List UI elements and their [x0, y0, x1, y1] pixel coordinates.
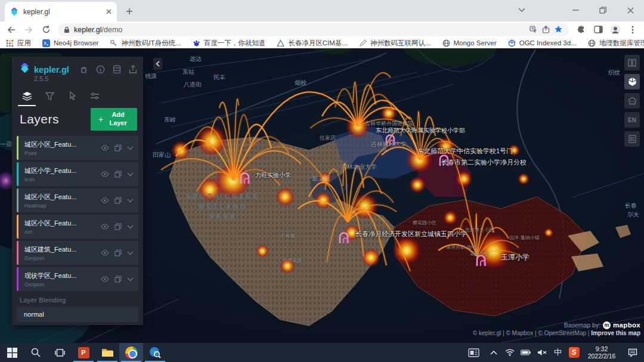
layer-name: 城区小区_Featu... — [24, 193, 101, 202]
toggle-3d-icon[interactable] — [624, 74, 640, 89]
draw-polygon-icon[interactable] — [624, 93, 640, 109]
news-widget-icon[interactable] — [462, 343, 485, 362]
duplicate-icon[interactable] — [114, 197, 122, 204]
layer-item[interactable]: 城区小学_Featu... Icon — [17, 162, 138, 186]
tab-filters[interactable] — [38, 88, 61, 104]
back-icon[interactable] — [4, 23, 19, 37]
new-tab-button[interactable] — [122, 4, 137, 19]
bookmark-item[interactable]: 百度一下，你就知道 — [193, 39, 266, 48]
ime-indicator[interactable]: 中 — [550, 343, 566, 362]
taskbar-search-icon[interactable] — [24, 343, 48, 362]
profile-avatar[interactable] — [608, 23, 623, 37]
collapse-panel-button[interactable] — [153, 58, 162, 70]
chevron-down-icon[interactable] — [127, 197, 134, 204]
layer-item[interactable]: 现状学区_Featu... Geojson — [17, 267, 138, 291]
duplicate-icon[interactable] — [114, 276, 122, 283]
chevron-down-icon[interactable] — [127, 249, 134, 256]
visibility-eye-icon[interactable] — [101, 249, 109, 256]
forward-icon[interactable] — [21, 23, 36, 37]
task-view-icon[interactable] — [48, 343, 72, 362]
chevron-down-icon[interactable] — [127, 171, 134, 178]
restore-button[interactable] — [589, 0, 617, 20]
kepler-version: 2.5.5 — [34, 75, 48, 82]
layer-name: 城区建筑_Featu... — [24, 245, 101, 254]
start-button[interactable] — [0, 343, 24, 362]
duplicate-icon[interactable] — [114, 144, 122, 151]
layer-blending-select[interactable]: normal — [17, 307, 138, 322]
tab-search-icon[interactable] — [508, 0, 535, 20]
wifi-icon[interactable] — [501, 343, 518, 362]
share-icon[interactable] — [542, 26, 550, 33]
improve-map-link[interactable]: Improve this map — [591, 330, 640, 336]
bookmark-item[interactable]: 长春净月区CIM基... — [277, 39, 348, 48]
duplicate-icon[interactable] — [114, 171, 122, 178]
taskbar-chrome[interactable] — [119, 343, 143, 362]
taskbar-powerpoint[interactable]: P — [72, 343, 95, 362]
battery-icon[interactable] — [518, 343, 534, 362]
locale-button[interactable]: EN — [624, 112, 640, 128]
chevron-down-icon[interactable] — [127, 223, 134, 230]
bookmark-item[interactable]: 神州数码互联网认... — [359, 39, 431, 48]
bookmark-star-icon[interactable] — [554, 25, 563, 34]
reload-icon[interactable] — [38, 23, 54, 37]
add-layer-button[interactable]: + Add Layer — [91, 108, 137, 131]
bookmark-label: OGC Indexed 3d... — [519, 39, 577, 47]
visibility-eye-icon[interactable] — [101, 276, 109, 283]
layer-type: Heatmap — [24, 203, 101, 209]
bookmark-label: Neo4j Browser — [54, 39, 98, 47]
layer-name: 现状学区_Featu... — [24, 271, 101, 280]
layer-item[interactable]: 城区小区_Featu... Point — [17, 136, 138, 160]
bookmark-item[interactable]: 应用 — [6, 39, 31, 48]
split-map-icon[interactable] — [624, 55, 640, 70]
kepler-logo-icon — [20, 63, 30, 76]
kepler-favicon — [10, 8, 18, 16]
lock-icon — [64, 26, 70, 33]
close-window-button[interactable] — [617, 0, 644, 20]
layer-item[interactable]: 城区小区_Featu... Arc — [17, 215, 138, 239]
visibility-eye-icon[interactable] — [101, 223, 109, 230]
taskbar-file-explorer[interactable] — [95, 343, 119, 362]
visibility-eye-icon[interactable] — [101, 197, 109, 204]
sogou-tray-icon[interactable]: S — [566, 343, 582, 362]
browser-tab[interactable]: kepler.gl — [5, 2, 117, 21]
address-bar[interactable]: kepler.gl/demo — [58, 23, 569, 36]
taskbar-clock[interactable]: 9:32 2022/2/16 — [582, 343, 621, 362]
taskbar-gis-app[interactable] — [143, 343, 167, 362]
database-icon[interactable] — [113, 65, 121, 74]
bookmark-label: 应用 — [17, 39, 31, 48]
tray-chevron-up-icon[interactable] — [485, 343, 501, 362]
duplicate-icon[interactable] — [114, 249, 122, 256]
bookmark-item[interactable]: OGC Indexed 3d... — [508, 39, 577, 47]
bookmark-item[interactable]: Neo4j Browser — [42, 39, 98, 47]
chevron-down-icon[interactable] — [127, 276, 134, 283]
translate-icon[interactable] — [530, 26, 538, 34]
visibility-eye-icon[interactable] — [101, 171, 109, 178]
volume-muted-icon[interactable] — [534, 343, 550, 362]
minimize-button[interactable] — [562, 0, 589, 20]
export-icon[interactable] — [129, 65, 137, 74]
map-viewport[interactable]: 远达东站民丰八道街烟校桃源织纹东岭一宿舍田家山新工地长春尔夫SOUTH CREE… — [0, 48, 644, 343]
layer-item[interactable]: 城区小区_Featu... Heatmap — [17, 188, 138, 212]
tab-close-icon[interactable] — [106, 9, 112, 14]
legend-icon[interactable] — [624, 131, 640, 147]
layer-item[interactable]: 城区建筑_Featu... Geojson — [17, 241, 138, 265]
action-center-icon[interactable] — [621, 343, 644, 362]
attribution-links[interactable]: © kepler.gl | © Mapbox | © OpenStreetMap… — [473, 330, 590, 336]
chevron-down-icon[interactable] — [127, 144, 134, 151]
extensions-icon[interactable] — [573, 23, 589, 37]
bug-report-icon[interactable] — [79, 65, 88, 74]
visibility-eye-icon[interactable] — [101, 144, 109, 151]
tab-basemap[interactable] — [83, 88, 106, 104]
duplicate-icon[interactable] — [114, 223, 122, 230]
bookmark-item[interactable]: 神州数码IT身份统... — [110, 39, 181, 48]
menu-kebab-icon[interactable] — [625, 23, 640, 37]
tab-layers[interactable] — [16, 88, 38, 104]
side-panel-icon[interactable] — [590, 23, 606, 37]
info-icon[interactable] — [96, 65, 105, 74]
bookmark-item[interactable]: Mongo Server — [442, 39, 497, 47]
url-text: kepler.gl/demo — [74, 26, 122, 34]
tab-interactions[interactable] — [61, 88, 83, 104]
bookmark-item[interactable]: 地理数据库管理—... — [588, 39, 644, 48]
bookmark-favicon — [442, 39, 450, 47]
layer-color-bar — [17, 162, 18, 186]
